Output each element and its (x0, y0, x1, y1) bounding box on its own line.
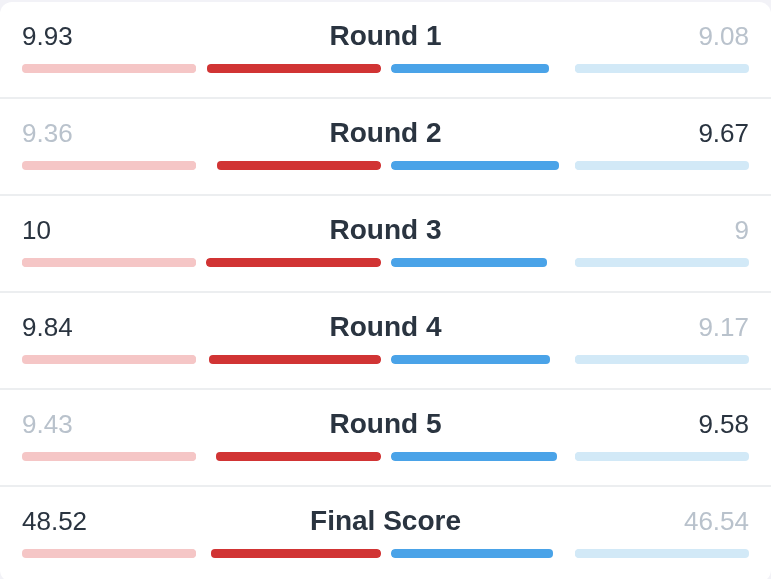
left-outer-bar (22, 64, 196, 73)
round-label: Round 1 (102, 20, 669, 52)
left-inner-fill (207, 64, 380, 73)
left-inner-fill (206, 258, 380, 267)
right-score: 9.58 (669, 409, 749, 440)
round-row: 9.36 Round 2 9.67 (0, 99, 771, 196)
right-inner-bar (391, 64, 565, 73)
round-row: 9.84 Round 4 9.17 (0, 293, 771, 390)
row-header: 9.84 Round 4 9.17 (22, 311, 749, 343)
left-score: 10 (22, 215, 102, 246)
bar-group (22, 258, 749, 267)
right-outer-fill (575, 64, 733, 73)
left-score: 9.36 (22, 118, 102, 149)
left-inner-fill (209, 355, 380, 364)
right-inner-fill (391, 355, 551, 364)
left-inner-bar (206, 258, 380, 267)
right-inner-fill (391, 258, 548, 267)
round-label: Round 5 (102, 408, 669, 440)
left-inner-fill (216, 452, 380, 461)
right-inner-fill (391, 64, 549, 73)
left-outer-bar (22, 549, 196, 558)
left-outer-bar (22, 452, 196, 461)
left-outer-fill (23, 64, 196, 73)
left-outer-bar (22, 258, 196, 267)
left-outer-fill (32, 452, 196, 461)
final-row: 48.52 Final Score 46.54 (0, 487, 771, 579)
left-outer-bar (22, 161, 196, 170)
row-header: 9.93 Round 1 9.08 (22, 20, 749, 52)
right-score: 9.08 (669, 21, 749, 52)
right-inner-fill (391, 452, 558, 461)
round-row: 9.43 Round 5 9.58 (0, 390, 771, 487)
left-inner-bar (206, 452, 380, 461)
right-score: 9 (669, 215, 749, 246)
round-label: Round 4 (102, 311, 669, 343)
right-inner-bar (391, 355, 565, 364)
left-inner-fill (217, 161, 380, 170)
right-outer-fill (575, 258, 732, 267)
right-outer-fill (575, 452, 742, 461)
round-row: 9.93 Round 1 9.08 (0, 2, 771, 99)
bar-group (22, 452, 749, 461)
right-inner-fill (391, 549, 553, 558)
right-score: 46.54 (669, 506, 749, 537)
right-outer-bar (575, 549, 749, 558)
row-header: 10 Round 3 9 (22, 214, 749, 246)
left-inner-bar (206, 355, 380, 364)
left-score: 9.84 (22, 312, 102, 343)
round-label: Round 2 (102, 117, 669, 149)
right-score: 9.17 (669, 312, 749, 343)
bar-group (22, 355, 749, 364)
left-outer-fill (33, 161, 196, 170)
right-outer-fill (575, 355, 735, 364)
round-label: Round 3 (102, 214, 669, 246)
left-outer-bar (22, 355, 196, 364)
left-score: 9.43 (22, 409, 102, 440)
right-outer-bar (575, 355, 749, 364)
right-outer-bar (575, 161, 749, 170)
left-inner-fill (211, 549, 380, 558)
left-outer-fill (22, 258, 196, 267)
row-header: 48.52 Final Score 46.54 (22, 505, 749, 537)
right-inner-bar (391, 452, 565, 461)
bar-group (22, 549, 749, 558)
left-score: 9.93 (22, 21, 102, 52)
round-row: 10 Round 3 9 (0, 196, 771, 293)
row-header: 9.43 Round 5 9.58 (22, 408, 749, 440)
right-inner-bar (391, 161, 565, 170)
scorecard: 9.93 Round 1 9.08 9.36 Round 2 9.67 (0, 2, 771, 579)
right-outer-fill (575, 549, 737, 558)
left-inner-bar (206, 64, 380, 73)
row-header: 9.36 Round 2 9.67 (22, 117, 749, 149)
right-inner-bar (391, 258, 565, 267)
left-inner-bar (206, 549, 380, 558)
right-outer-bar (575, 64, 749, 73)
left-outer-fill (25, 355, 196, 364)
right-inner-fill (391, 161, 559, 170)
round-label: Final Score (102, 505, 669, 537)
right-outer-bar (575, 452, 749, 461)
right-outer-bar (575, 258, 749, 267)
right-score: 9.67 (669, 118, 749, 149)
right-inner-bar (391, 549, 565, 558)
left-outer-fill (27, 549, 196, 558)
right-outer-fill (575, 161, 743, 170)
bar-group (22, 161, 749, 170)
left-score: 48.52 (22, 506, 102, 537)
left-inner-bar (206, 161, 380, 170)
bar-group (22, 64, 749, 73)
